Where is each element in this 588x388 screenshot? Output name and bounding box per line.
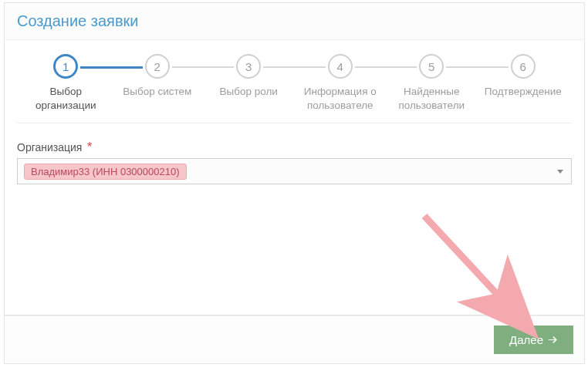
step-5[interactable]: 5 Найденные пользователи <box>386 54 478 112</box>
step-circle: 2 <box>145 54 170 79</box>
step-label: Выбор систем <box>123 85 191 99</box>
step-2[interactable]: 2 Выбор систем <box>112 54 204 99</box>
step-connector <box>263 66 326 68</box>
progress-stepper: 1 Выбор организации 2 Выбор систем 3 Выб… <box>17 48 572 123</box>
next-button-label: Далее <box>509 333 543 346</box>
step-circle: 4 <box>328 54 353 79</box>
org-dropdown[interactable]: Владимир33 (ИНН 0300000210) <box>17 158 572 184</box>
wizard-panel: Создание заявки 1 Выбор организации 2 Вы… <box>4 2 585 315</box>
step-circle: 5 <box>419 54 444 79</box>
step-connector <box>446 66 509 68</box>
step-circle: 1 <box>53 54 78 79</box>
step-connector <box>172 66 235 68</box>
step-label: Выбор роли <box>220 85 278 99</box>
step-label: Подтверждение <box>485 85 562 99</box>
step-6[interactable]: 6 Подтверждение <box>478 54 569 99</box>
field-label-row: Организация * <box>17 140 572 158</box>
page-title: Создание заявки <box>17 12 572 30</box>
panel-header: Создание заявки <box>5 3 584 40</box>
panel-body: 1 Выбор организации 2 Выбор систем 3 Выб… <box>5 40 584 315</box>
panel-footer: Далее <box>4 315 585 364</box>
chevron-down-icon <box>557 170 563 174</box>
step-label: Выбор организации <box>23 85 108 112</box>
step-3[interactable]: 3 Выбор роли <box>203 54 295 99</box>
step-connector <box>355 66 417 68</box>
step-label: Найденные пользователи <box>389 85 474 112</box>
required-mark: * <box>87 140 92 154</box>
org-selected-chip[interactable]: Владимир33 (ИНН 0300000210) <box>24 164 187 180</box>
step-circle: 6 <box>511 54 536 79</box>
org-label: Организация <box>17 141 82 154</box>
form-section: Организация * Владимир33 (ИНН 0300000210… <box>17 123 572 184</box>
step-circle: 3 <box>236 54 261 79</box>
step-label: Информация о пользователе <box>298 85 383 112</box>
step-1[interactable]: 1 Выбор организации <box>20 54 112 112</box>
step-connector <box>80 66 143 69</box>
arrow-right-icon <box>548 335 558 345</box>
step-4[interactable]: 4 Информация о пользователе <box>295 54 387 112</box>
next-button[interactable]: Далее <box>494 326 573 354</box>
